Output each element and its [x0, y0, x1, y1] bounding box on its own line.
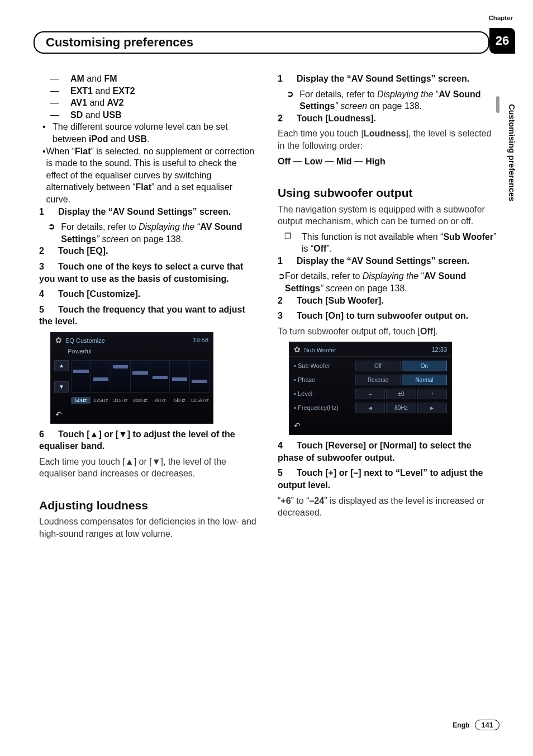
eq-bar[interactable] [150, 361, 170, 392]
eq-clock: 19:58 [193, 336, 208, 344]
step-text: Touch [+] or [–] next to “Level” to adju… [278, 468, 483, 490]
subwoofer-note: ❐ This function is not available when “S… [278, 231, 497, 255]
eq-subtitle: Powerful [51, 347, 213, 358]
freq-right-button[interactable]: ► [417, 403, 447, 413]
step-num: 5 [278, 467, 297, 479]
step-text: Touch [Loudness]. [297, 114, 376, 123]
text: USB [128, 134, 147, 144]
page-number: 141 [475, 720, 499, 730]
text: Displaying the [139, 222, 197, 231]
step-num: 1 [278, 255, 297, 267]
sub-off-button[interactable]: Off [355, 361, 401, 371]
chapter-badge: 26 [489, 28, 515, 54]
left-column: —AM and FM—EXT1 and EXT2—AV1 and AV2—SD … [39, 73, 259, 544]
step-num: 1 [278, 73, 297, 85]
phase-normal-button[interactable]: Normal [402, 375, 447, 385]
r-step-2-body: Each time you touch [Loudness], the leve… [278, 127, 497, 152]
level-plus-button[interactable]: + [417, 389, 447, 399]
eq-freq-label[interactable]: 315Hz [111, 397, 130, 404]
eq-bar[interactable] [170, 361, 189, 392]
eq-freq-label[interactable]: 800Hz [130, 397, 150, 404]
step-num: 2 [278, 295, 297, 307]
text: Each time you touch [ [278, 129, 364, 138]
eq-up-down: ▲ ▼ [54, 360, 69, 393]
section-subwoofer: Using subwoofer output [278, 185, 497, 201]
phase-reverse-button[interactable]: Reverse [355, 375, 401, 385]
eq-bars[interactable] [71, 360, 210, 393]
eq-freq-label[interactable]: 50Hz [71, 397, 91, 404]
sub-label: Phase [294, 376, 355, 384]
step-text: Touch one of the keys to select a curve … [39, 262, 243, 284]
freq-left-button[interactable]: ◄ [355, 403, 385, 413]
step-num: 5 [39, 304, 58, 316]
step-num: 3 [39, 261, 58, 273]
text: ” screen [96, 234, 129, 244]
text: Displaying the [377, 89, 436, 99]
up-arrow-icon: ▲ [125, 457, 134, 466]
eq-bar[interactable] [190, 361, 209, 392]
source-pair: —AV1 and AV2 [39, 97, 259, 109]
sub-rows: Sub Woofer Off On Phase Reverse Normal [289, 357, 451, 418]
eq-bar[interactable] [72, 361, 91, 392]
eq-down-button[interactable]: ▼ [54, 381, 69, 393]
eq-freq-label[interactable]: 12.5kHz [190, 397, 210, 404]
eq-title[interactable]: EQ Customize [65, 337, 105, 344]
step-2: 2Touch [EQ]. [39, 245, 259, 257]
ref-arrow-icon: ➲ [39, 221, 61, 245]
sub-title[interactable]: Sub Woofer [304, 347, 336, 353]
text: on page 138. [353, 284, 407, 293]
eq-bar[interactable] [111, 361, 131, 392]
eq-header: ✿EQ Customize 19:58 [51, 333, 213, 347]
step-num: 2 [39, 245, 58, 257]
eq-area: ▲ ▼ [51, 358, 213, 396]
text: Off [313, 244, 326, 253]
text: Each time you touch [ [39, 457, 125, 466]
text: ” screen [320, 284, 353, 293]
text: iPod [89, 134, 108, 144]
text: Sub Woofer [443, 232, 493, 242]
text: Off [420, 327, 433, 336]
text: ]. [433, 327, 438, 336]
text: ”. [326, 244, 332, 253]
step-1: 1Display the “AV Sound Settings” screen. [39, 206, 259, 218]
s3-step-2: 2Touch [Sub Woofer]. [278, 295, 497, 307]
eq-freq-label[interactable]: 125Hz [91, 397, 110, 404]
eq-bar[interactable] [91, 361, 111, 392]
gear-icon: ✿ [55, 336, 62, 344]
down-arrow-icon: ▼ [118, 429, 127, 439]
step-text: Display the “AV Sound Settings” screen. [297, 74, 469, 83]
step-text: Touch [Sub Woofer]. [297, 296, 384, 305]
eq-freq-label[interactable]: 2kHz [150, 397, 170, 404]
eq-freq-label[interactable]: 5kHz [170, 397, 189, 404]
step-num: 4 [278, 440, 297, 452]
footer-lang: Engb [453, 721, 469, 729]
step-num: 2 [278, 112, 297, 125]
loudness-sequence: Off — Low — Mid — High [278, 155, 497, 168]
s3-step-3: 3Touch [On] to turn subwoofer output on. [278, 310, 497, 322]
eq-bar[interactable] [131, 361, 150, 392]
text: ] or [ [134, 457, 152, 466]
back-icon[interactable]: ↶ [294, 421, 301, 430]
eq-up-button[interactable]: ▲ [54, 360, 69, 371]
step-num: 6 [39, 428, 58, 441]
text: –24 [309, 496, 324, 505]
back-icon[interactable]: ↶ [55, 410, 62, 419]
source-pair: —SD and USB [39, 109, 259, 121]
step-text: Touch [EQ]. [58, 246, 108, 256]
note-icon: ❐ [278, 231, 302, 255]
level-minus-button[interactable]: – [355, 389, 385, 399]
step-text: Display the “AV Sound Settings” screen. [297, 256, 469, 266]
text: and [108, 134, 129, 144]
text: ] or [ [98, 429, 118, 439]
page-title: Customising preferences [34, 31, 489, 54]
step-4: 4Touch [Customize]. [39, 288, 259, 300]
sub-label: Level [294, 390, 355, 398]
text: ” to “ [291, 496, 310, 505]
sub-on-button[interactable]: On [402, 361, 447, 371]
sub-label: Sub Woofer [294, 362, 355, 370]
s3-step-5-body: “+6” to “–24” is displayed as the level … [278, 495, 497, 519]
s3-step-4: 4Touch [Reverse] or [Normal] to select t… [278, 440, 497, 464]
step1-ref: ➲ For details, refer to Displaying the “… [39, 221, 259, 245]
text: on page 138. [367, 101, 422, 111]
sub-row-freq: Frequency(Hz) ◄ 80Hz ► [294, 401, 447, 415]
